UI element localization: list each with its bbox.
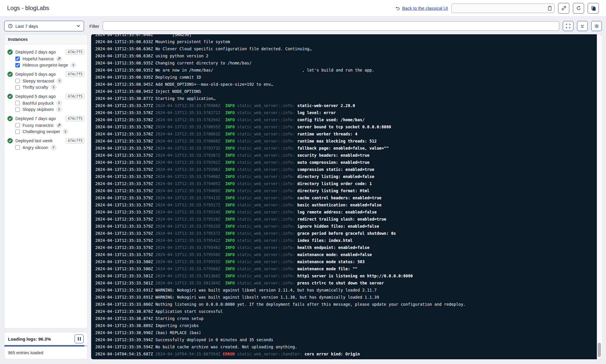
instance-row[interactable]: Sloppy skiploom 0	[7, 106, 84, 113]
log-scrollbar-track[interactable]	[597, 34, 602, 359]
log-line: 2024-04-13T12:35:33.579Z 2024-04-13T12:3…	[95, 180, 597, 187]
instance-checkbox[interactable]	[15, 56, 20, 61]
instance-count-badge: 0	[51, 85, 56, 90]
instance-checkbox[interactable]	[15, 130, 20, 134]
link-button[interactable]	[558, 3, 569, 14]
clipboard-icon[interactable]	[547, 6, 552, 11]
deployment-group-label: Deployed 2 days ago	[15, 50, 63, 54]
log-line: 2024-04-13T12:35:33.578Z 2024-04-13T12:3…	[95, 109, 597, 116]
log-line: 2024-04-13T12:35:33.579Z 2024-04-13T12:3…	[95, 216, 597, 223]
instance-count-badge: 0	[51, 145, 56, 150]
instance-name: Angry silcoon	[22, 145, 48, 150]
log-line: 2024-04-13T12:35:33.579Z 2024-04-13T12:3…	[95, 223, 597, 230]
filter-label: Filter	[89, 24, 99, 29]
deployment-success-check-icon	[7, 138, 13, 143]
commit-hash-badge: 474c7f5	[66, 49, 84, 55]
log-line: 2024-04-13T12:35:08.935Z Deploying commi…	[95, 74, 597, 81]
log-line: 2024-04-14T04:54:15.687Z 2024-04-14T04:5…	[95, 350, 597, 357]
log-line: 2024-04-13T12:35:33.579Z 2024-04-13T12:3…	[95, 159, 597, 166]
instance-name: Challenging seviper	[22, 129, 60, 134]
instance-name: Hopeful haxorus	[22, 56, 54, 61]
content-area: Last 7 days Filter	[0, 17, 606, 364]
log-line: 2024-04-13T12:35:38.874Z Starting crons …	[95, 315, 597, 322]
header-input[interactable]	[452, 4, 555, 13]
fullscreen-button[interactable]	[563, 21, 573, 31]
instance-name: Sleepy tentacool	[22, 79, 54, 83]
log-line: 2024-04-13T12:35:33.860Z Nothing listeni…	[95, 301, 597, 308]
instance-count-badge: 0	[57, 101, 62, 106]
refresh-button[interactable]	[573, 3, 584, 14]
log-lines: 2024-04-13T12:35:07.040Z ' [SHA256] '202…	[95, 34, 597, 359]
instance-row[interactable]: Sleepy tentacool 0	[7, 78, 84, 84]
instance-count-badge: 0	[71, 62, 76, 68]
log-line: 2024-04-13T12:35:33.579Z 2024-04-13T12:3…	[95, 201, 597, 208]
instances-panel: Instances Deployed 2 days ago 474c7f5 Ho…	[4, 34, 88, 329]
log-line: 2024-04-13T12:35:33.580Z 2024-04-13T12:3…	[95, 265, 597, 272]
log-scroll-area[interactable]: 2024-04-13T12:35:07.040Z ' [SHA256] '202…	[91, 34, 597, 359]
settings-button[interactable]	[591, 21, 602, 31]
log-line: 2024-04-13T12:35:08.935Z Changing curren…	[95, 59, 597, 67]
page-title: Logs - blogLabs	[7, 5, 49, 12]
instance-row[interactable]: Thrifty scrafty 0	[7, 84, 84, 91]
log-line: 2024-04-13T12:35:33.579Z 2024-04-13T12:3…	[95, 145, 597, 152]
log-line: 2024-04-13T12:35:39.594Z No build cache …	[95, 343, 597, 350]
log-line: 2024-04-13T12:35:07.040Z ' [SHA256] '	[95, 34, 597, 38]
log-line: 2024-04-13T12:35:33.579Z 2024-04-13T12:3…	[95, 194, 597, 201]
pause-loading-button[interactable]	[75, 334, 84, 343]
log-line: 2024-04-13T12:35:33.579Z 2024-04-13T12:3…	[95, 187, 597, 194]
instance-count-badge: 0	[63, 129, 68, 134]
instance-row[interactable]: Hideous gourgeist-large 0	[7, 62, 84, 69]
logs-toolbar: Last 7 days Filter	[4, 21, 602, 31]
log-line: 2024-04-13T12:35:33.579Z 2024-04-13T12:3…	[95, 237, 597, 244]
link-icon	[561, 6, 566, 11]
copy-button[interactable]	[588, 3, 599, 14]
log-line: 2024-04-13T12:35:33.578Z 2024-04-13T12:3…	[95, 130, 597, 137]
instance-count-badge: 0	[57, 78, 62, 84]
log-line: 2024-04-13T12:35:33.691Z WARNING: Nokogi…	[95, 287, 597, 294]
log-line: 2024-04-13T12:35:33.579Z 2024-04-13T12:3…	[95, 251, 597, 258]
deployment-group: Deployed 7 days ago 474c7f5 Fussy manect…	[7, 115, 84, 135]
instance-row[interactable]: Bashful psyduck 0	[7, 100, 84, 106]
filter-input[interactable]	[103, 21, 559, 31]
instance-checkbox[interactable]	[15, 63, 20, 67]
log-line: 2024-04-13T12:35:33.579Z 2024-04-13T12:3…	[95, 152, 597, 159]
instance-row[interactable]: Fussy manectric	[7, 122, 84, 129]
undo-arrow-icon	[395, 6, 400, 11]
instance-row[interactable]: Hopeful haxorus	[7, 56, 84, 62]
pause-icon	[78, 337, 79, 341]
log-line: 2024-04-13T12:35:33.579Z 2024-04-13T12:3…	[95, 230, 597, 237]
instance-checkbox[interactable]	[15, 79, 20, 83]
instance-row[interactable]: Challenging seviper 0	[7, 129, 84, 135]
deployment-group: Deployed 5 days ago 474c7f5 Bashful psyd…	[7, 93, 84, 113]
wrench-icon	[57, 124, 61, 127]
log-line: 2024-04-13T12:35:08.633Z Mounting persis…	[95, 38, 597, 45]
refresh-icon	[576, 6, 581, 11]
copy-icon	[591, 6, 596, 11]
deployment-group: Deployed 2 days ago 474c7f5 Hopeful haxo…	[7, 48, 84, 68]
instance-row[interactable]: Angry silcoon 0	[7, 144, 84, 151]
instance-checkbox[interactable]	[15, 85, 20, 90]
instance-checkbox[interactable]	[15, 123, 20, 127]
chevron-down-icon	[77, 25, 80, 27]
deployment-success-check-icon	[7, 72, 13, 77]
commit-hash-badge: 474c7f5	[66, 138, 84, 143]
instance-checkbox[interactable]	[15, 101, 20, 105]
log-line: 2024-04-13T12:35:38.889Z Importing cronj…	[95, 322, 597, 329]
deployment-group-label: Deployed 5 days ago	[15, 94, 63, 99]
fullscreen-icon	[566, 24, 570, 28]
back-to-classical-ui-link[interactable]: Back to the classical UI	[395, 6, 448, 11]
log-line: 2024-04-13T12:35:38.870Z Application sta…	[95, 308, 597, 315]
log-line: 2024-04-13T12:35:33.578Z 2024-04-13T12:3…	[95, 123, 597, 130]
log-line: 2024-04-13T12:35:33.578Z 2024-04-13T12:3…	[95, 137, 597, 145]
date-range-select[interactable]: Last 7 days	[4, 21, 84, 31]
deployment-success-check-icon	[7, 94, 13, 99]
instance-count-badge: 0	[57, 107, 62, 112]
log-viewer: 2024-04-13T12:35:07.040Z ' [SHA256] '202…	[91, 34, 602, 359]
log-scrollbar-thumb[interactable]	[598, 343, 601, 357]
scroll-to-bottom-button[interactable]	[577, 21, 588, 31]
instance-checkbox[interactable]	[15, 107, 20, 112]
instance-name: Hideous gourgeist-large	[22, 63, 68, 67]
gear-icon	[594, 24, 599, 29]
instance-checkbox[interactable]	[15, 145, 20, 150]
instance-name: Thrifty scrafty	[22, 85, 48, 90]
